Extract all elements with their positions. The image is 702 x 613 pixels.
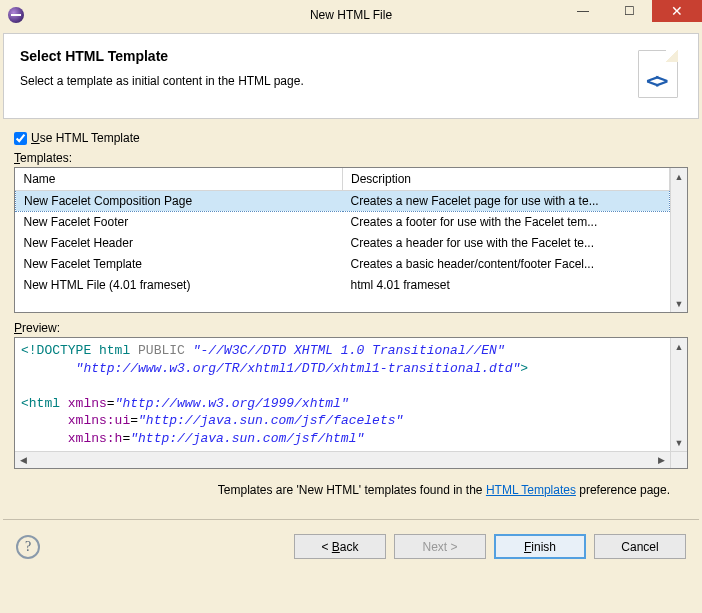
preview-hscroll[interactable]: ◀ ▶ [15, 451, 687, 468]
templates-table[interactable]: Name Description New Facelet Composition… [14, 167, 688, 313]
back-button[interactable]: < Back [294, 534, 386, 559]
scroll-left-icon[interactable]: ◀ [15, 452, 32, 468]
preview-pane: <!DOCTYPE html PUBLIC "-//W3C//DTD XHTML… [14, 337, 688, 469]
templates-hint: Templates are 'New HTML' templates found… [14, 469, 688, 515]
wizard-header: Select HTML Template Select a template a… [3, 33, 699, 119]
minimize-button[interactable]: — [560, 0, 606, 22]
html-templates-link[interactable]: HTML Templates [486, 483, 576, 497]
preview-code[interactable]: <!DOCTYPE html PUBLIC "-//W3C//DTD XHTML… [15, 338, 670, 451]
scroll-down-icon[interactable]: ▼ [671, 434, 687, 451]
table-row[interactable]: New HTML File (4.01 frameset) html 4.01 … [16, 275, 670, 296]
help-button[interactable]: ? [16, 535, 40, 559]
column-description[interactable]: Description [343, 168, 670, 191]
page-title: Select HTML Template [20, 48, 622, 64]
column-name[interactable]: Name [16, 168, 343, 191]
scroll-up-icon[interactable]: ▲ [671, 338, 687, 355]
table-row[interactable]: New Facelet Header Creates a header for … [16, 233, 670, 254]
next-button: Next > [394, 534, 486, 559]
table-row[interactable]: New Facelet Template Creates a basic hea… [16, 254, 670, 275]
scroll-up-icon[interactable]: ▲ [671, 168, 687, 185]
templates-label: Templates: [14, 151, 688, 165]
table-row[interactable]: New Facelet Composition Page Creates a n… [16, 191, 670, 212]
html-file-icon: <> [634, 48, 682, 104]
close-button[interactable]: ✕ [652, 0, 702, 22]
window-title: New HTML File [310, 8, 392, 22]
preview-vscroll[interactable]: ▲ ▼ [670, 338, 687, 451]
maximize-button[interactable]: ☐ [606, 0, 652, 22]
scroll-down-icon[interactable]: ▼ [671, 295, 687, 312]
use-template-checkbox[interactable] [14, 132, 27, 145]
finish-button[interactable]: Finish [494, 534, 586, 559]
table-row[interactable]: New Facelet Footer Creates a footer for … [16, 212, 670, 233]
table-scrollbar[interactable]: ▲ ▼ [670, 168, 687, 312]
title-bar: New HTML File — ☐ ✕ [0, 0, 702, 30]
page-subtitle: Select a template as initial content in … [20, 74, 622, 88]
use-template-label[interactable]: Use HTML Template [31, 131, 140, 145]
app-icon [8, 7, 24, 23]
preview-label: Preview: [14, 321, 688, 335]
button-bar: ? < Back Next > Finish Cancel [0, 520, 702, 573]
scroll-right-icon[interactable]: ▶ [653, 452, 670, 468]
cancel-button[interactable]: Cancel [594, 534, 686, 559]
